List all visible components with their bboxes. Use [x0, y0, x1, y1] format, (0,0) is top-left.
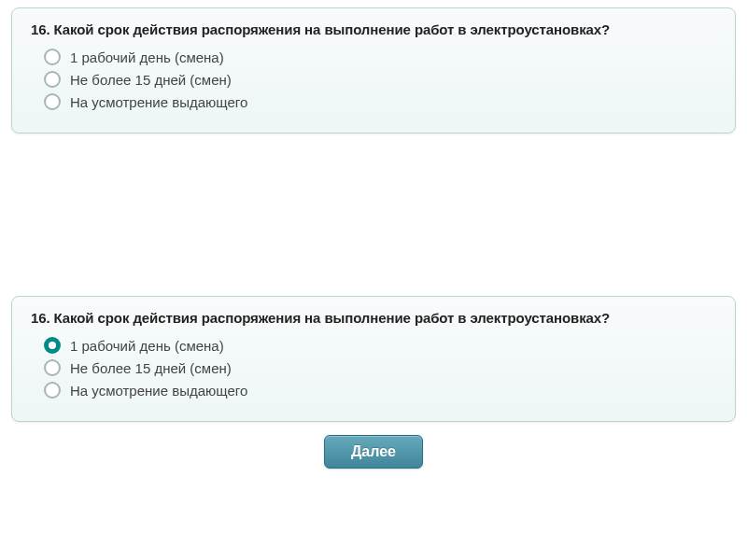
options-list: 1 рабочий день (смена) Не более 15 дней …: [31, 49, 716, 110]
question-card-selected: 16. Какой срок действия распоряжения на …: [11, 296, 736, 422]
next-button[interactable]: Далее: [324, 435, 423, 469]
question-text: 16. Какой срок действия распоряжения на …: [31, 310, 716, 326]
radio-icon-checked: [44, 337, 61, 354]
next-button-container: Далее: [11, 435, 736, 469]
question-text: 16. Какой срок действия распоряжения на …: [31, 21, 716, 37]
radio-icon: [44, 71, 61, 88]
option-2[interactable]: Не более 15 дней (смен): [44, 359, 716, 376]
option-1[interactable]: 1 рабочий день (смена): [44, 49, 716, 65]
option-3[interactable]: На усмотрение выдающего: [44, 93, 716, 110]
option-1[interactable]: 1 рабочий день (смена): [44, 337, 716, 354]
radio-icon: [44, 359, 61, 376]
option-label: 1 рабочий день (смена): [70, 49, 224, 65]
radio-icon: [44, 382, 61, 399]
options-list: 1 рабочий день (смена) Не более 15 дней …: [31, 337, 716, 399]
question-card-unselected: 16. Какой срок действия распоряжения на …: [11, 7, 736, 133]
radio-icon: [44, 93, 61, 110]
option-label: 1 рабочий день (смена): [70, 338, 224, 354]
option-label: На усмотрение выдающего: [70, 383, 247, 399]
option-label: Не более 15 дней (смен): [70, 360, 232, 376]
radio-icon: [44, 49, 61, 65]
option-label: На усмотрение выдающего: [70, 94, 247, 110]
option-2[interactable]: Не более 15 дней (смен): [44, 71, 716, 88]
option-3[interactable]: На усмотрение выдающего: [44, 382, 716, 399]
option-label: Не более 15 дней (смен): [70, 72, 232, 88]
